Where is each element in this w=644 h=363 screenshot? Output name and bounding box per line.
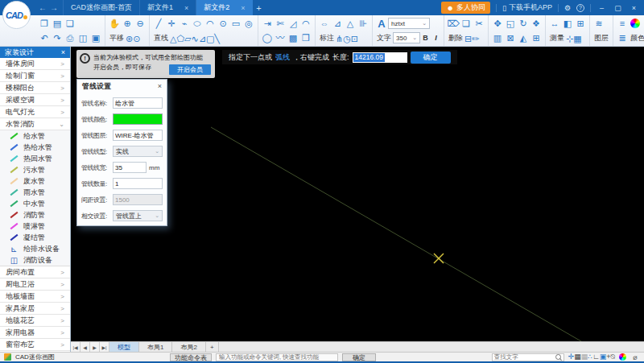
color-wheel-icon[interactable] xyxy=(630,19,640,28)
clean-screen-icon[interactable]: ⌀ xyxy=(630,353,640,361)
wipeout-icon[interactable]: 〰 xyxy=(274,31,287,44)
xline-icon[interactable]: ✛ xyxy=(165,17,178,30)
pipe-count-input[interactable] xyxy=(113,178,163,189)
measure-area-icon[interactable]: ◧ xyxy=(561,17,574,30)
pipe-item[interactable]: 雨水管 xyxy=(0,187,70,198)
find-text-input[interactable] xyxy=(494,353,555,361)
dim-angular-icon[interactable]: ⋔ xyxy=(336,34,343,43)
spline-icon[interactable]: ∿ xyxy=(192,34,199,43)
rotate-icon[interactable]: ↻ xyxy=(517,17,530,30)
polyline-icon[interactable]: ⌁ xyxy=(178,17,191,30)
trim-icon[interactable]: ✄ xyxy=(274,17,287,30)
tab-model[interactable]: 模型 xyxy=(109,342,139,352)
drawing-canvas[interactable]: ! 当前为体验模式，可试用全部绘图功能 开启会员，即可保存 开启会员 指定下一点… xyxy=(71,47,644,341)
sidebar-item-pipes-expanded[interactable]: 水管消防 ⌄ xyxy=(0,118,70,130)
clipboard-icon[interactable]: ▥ xyxy=(491,31,504,44)
help-icon[interactable]: ? xyxy=(576,4,584,12)
pipe-item[interactable]: 废水管 xyxy=(0,175,70,187)
mirror-icon[interactable]: ◭ xyxy=(517,31,530,44)
arc-icon[interactable]: ◠ xyxy=(204,17,217,30)
pipe-linetype-select[interactable]: 实线 ⌄ xyxy=(113,146,163,157)
dim-angle-icon[interactable]: △ xyxy=(344,17,357,30)
zoom-in-icon[interactable]: ⊕ xyxy=(121,17,134,30)
polygon-icon[interactable]: ⬠ xyxy=(176,34,184,43)
font-select[interactable]: hztxt⌄ xyxy=(388,18,430,29)
stamp-icon[interactable]: ⊠ xyxy=(504,31,517,44)
settings-icon[interactable]: ⚙ xyxy=(564,4,571,12)
length-input[interactable]: 14216.09 xyxy=(353,52,407,63)
hatch-icon[interactable]: ▩ xyxy=(287,31,299,44)
arc-option-link[interactable]: 弧线 xyxy=(275,52,290,63)
open-icon[interactable]: ❐ xyxy=(38,17,51,30)
pan-hand-icon[interactable]: ✋ xyxy=(108,17,121,30)
save-icon[interactable]: ▤ xyxy=(51,17,64,30)
undo-icon[interactable]: ↶ xyxy=(38,31,51,44)
delete-icon[interactable]: ⌦ xyxy=(447,17,460,30)
add-layout-button[interactable]: + xyxy=(206,342,219,352)
pdf-export-icon[interactable]: ◫ xyxy=(76,31,89,44)
ortho-icon[interactable]: ∟ xyxy=(592,353,600,361)
search-icon[interactable] xyxy=(555,354,562,361)
tab-layout1[interactable]: 布局1 xyxy=(139,342,172,352)
tab-home[interactable]: CAD迷你画图-首页 xyxy=(63,0,139,15)
calibrate-icon[interactable]: ⊹ xyxy=(566,34,573,43)
sidebar-item[interactable]: 绘制门窗 > xyxy=(0,70,70,82)
circle-icon[interactable]: ⊙ xyxy=(217,17,229,30)
tab-file1[interactable]: 新文件1 × xyxy=(139,0,196,15)
sidebar-item[interactable]: 厨电卫浴 > xyxy=(0,278,70,291)
sidebar-item[interactable]: 地板墙面 > xyxy=(0,291,70,303)
device-item[interactable]: ◫ 消防设备 xyxy=(0,254,70,266)
pipe-item[interactable]: 凝结管 xyxy=(0,232,70,243)
ellipse-icon[interactable]: ⬭ xyxy=(191,17,204,30)
chamfer-icon[interactable]: ◿ xyxy=(287,17,299,30)
image-export-icon[interactable]: ▣ xyxy=(89,31,102,44)
measure-length-icon[interactable]: ↔ xyxy=(548,17,561,30)
sidebar-item[interactable]: 楼梯阳台 > xyxy=(0,82,70,94)
block-icon[interactable]: ❒ xyxy=(299,31,312,44)
new-tab-button[interactable]: + xyxy=(253,0,266,15)
dim-continue-icon[interactable]: ⊪ xyxy=(357,17,369,30)
zoom-object-icon[interactable]: ⊙ xyxy=(133,34,140,43)
match-prop-icon[interactable]: ❖ xyxy=(530,17,543,30)
first-layout-button[interactable]: |◀ xyxy=(71,342,80,352)
pipe-item[interactable]: 消防管 xyxy=(0,209,70,221)
maximize-button[interactable]: ▢ xyxy=(613,4,623,12)
roundrect-icon[interactable]: ▢ xyxy=(206,34,214,43)
command-confirm-button[interactable]: 确定 xyxy=(342,353,376,361)
print-icon[interactable]: ⎙ xyxy=(64,31,76,44)
pipe-item[interactable]: 热回水管 xyxy=(0,153,70,164)
minimize-button[interactable]: – xyxy=(597,4,607,12)
count-icon[interactable]: ⊞ xyxy=(574,17,587,30)
last-layout-button[interactable]: ▶| xyxy=(100,342,109,352)
layers-icon[interactable]: ≋ xyxy=(592,17,605,30)
sidebar-item[interactable]: 电气灯光 > xyxy=(0,106,70,118)
tab-file2-active[interactable]: 新文件2 × xyxy=(196,0,252,15)
command-table-button[interactable]: 功能命令表 xyxy=(170,353,212,361)
table-icon[interactable]: ▦ xyxy=(573,34,581,43)
sidebar-item[interactable]: 窗帘布艺 > xyxy=(0,339,70,351)
pipe-name-input[interactable] xyxy=(113,97,163,109)
download-app-button[interactable]: ▯ 下载手机APP xyxy=(502,2,552,13)
redo-icon[interactable]: ↷ xyxy=(51,31,64,44)
array-icon[interactable]: ⊞ xyxy=(530,31,543,44)
bold-button[interactable]: B xyxy=(420,34,431,42)
copy-icon[interactable]: ❏ xyxy=(460,17,473,30)
collab-button[interactable]: ☻ 多人协同 xyxy=(441,2,489,14)
pipe-cross-select[interactable]: 管线置上 ⌄ xyxy=(113,210,163,221)
sidebar-item[interactable]: 家具家居 > xyxy=(0,303,70,315)
pipe-layer-input[interactable] xyxy=(113,130,163,141)
device-item[interactable]: ⊾ 给排水设备 xyxy=(0,243,70,254)
linetype-icon[interactable]: ≣ xyxy=(616,31,629,44)
dialog-close-icon[interactable]: × xyxy=(158,82,162,90)
text-tool-icon[interactable]: A xyxy=(375,18,388,30)
grid-icon[interactable]: ▦ xyxy=(574,353,581,361)
save-as-icon[interactable]: ❏ xyxy=(64,17,76,30)
sidebar-item[interactable]: 地毯花艺 > xyxy=(0,315,70,327)
trapezoid-icon[interactable]: ⊿ xyxy=(199,34,206,43)
dim-radius-icon[interactable]: ◷ xyxy=(343,34,351,43)
pipe-item[interactable]: 污水管 xyxy=(0,164,70,175)
dim-aligned-icon[interactable]: ⊿ xyxy=(331,17,344,30)
sidebar-close-icon[interactable]: × xyxy=(61,48,65,56)
pipe-width-input[interactable] xyxy=(113,162,147,173)
fillet-icon[interactable]: ◠ xyxy=(299,17,312,30)
